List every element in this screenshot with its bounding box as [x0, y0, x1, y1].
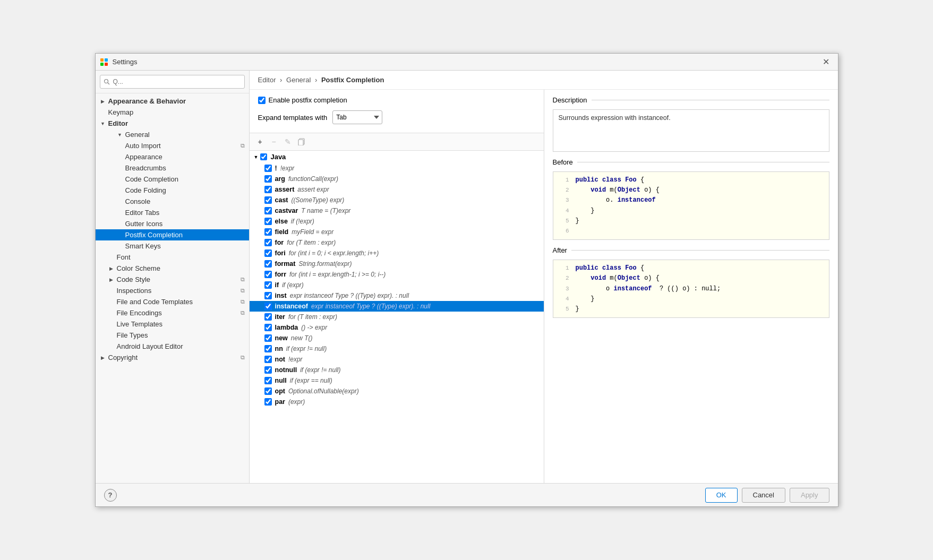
edit-button[interactable]: ✎ — [281, 135, 294, 148]
sidebar-item-font[interactable]: Font — [96, 252, 249, 263]
apply-button[interactable]: Apply — [790, 488, 829, 503]
item-checkbox-else[interactable] — [264, 218, 272, 225]
after-line-1: 1 public class Foo { — [559, 263, 824, 273]
list-item-if[interactable]: if if (expr) — [250, 280, 544, 290]
sidebar-item-breadcrumbs[interactable]: Breadcrumbs — [96, 162, 249, 174]
search-input[interactable] — [100, 75, 245, 89]
before-line-3: 3 o. instanceof — [559, 195, 824, 205]
item-checkbox-notnull[interactable] — [264, 366, 272, 374]
sidebar-item-postfix-completion[interactable]: Postfix Completion — [96, 229, 249, 240]
item-checkbox-null[interactable] — [264, 377, 272, 384]
item-checkbox-instanceof[interactable] — [264, 303, 272, 310]
list-item-opt[interactable]: opt Optional.ofNullable(expr) — [250, 386, 544, 397]
list-item-else[interactable]: else if (!expr) — [250, 216, 544, 227]
list-item-assert[interactable]: assert assert expr — [250, 184, 544, 195]
sidebar-item-smart-keys[interactable]: Smart Keys — [96, 240, 249, 252]
copy-icon: ⧉ — [241, 354, 245, 361]
list-item-format[interactable]: format String.format(expr) — [250, 259, 544, 269]
item-key: null — [275, 377, 287, 384]
sidebar-item-auto-import[interactable]: Auto Import ⧉ — [96, 140, 249, 151]
item-checkbox-forr[interactable] — [264, 271, 272, 278]
item-checkbox-opt[interactable] — [264, 387, 272, 395]
sidebar-item-label: Code Completion — [125, 175, 178, 183]
item-checkbox-par[interactable] — [264, 398, 272, 406]
item-checkbox-lambda[interactable] — [264, 324, 272, 331]
sidebar-item-file-encodings[interactable]: File Encodings ⧉ — [96, 307, 249, 318]
java-section-header[interactable]: ▼ Java — [250, 151, 544, 163]
sidebar-item-appearance-behavior[interactable]: ▶ Appearance & Behavior — [96, 96, 249, 107]
enable-postfix-checkbox[interactable] — [258, 97, 266, 104]
list-item-cast[interactable]: cast ((SomeType) expr) — [250, 195, 544, 205]
sidebar-item-label: File and Code Templates — [117, 298, 193, 306]
list-item-not[interactable]: ! !expr — [250, 163, 544, 174]
sidebar-item-live-templates[interactable]: Live Templates — [96, 318, 249, 330]
list-item-castvar[interactable]: castvar T name = (T)expr — [250, 205, 544, 216]
item-desc: for (int i = expr.length-1; i >= 0; i--) — [289, 271, 386, 278]
sidebar-item-keymap[interactable]: Keymap — [96, 107, 249, 118]
svg-rect-5 — [298, 140, 303, 145]
sidebar-item-label: Android Layout Editor — [117, 342, 183, 350]
expand-select[interactable]: Tab Enter Tab or Enter — [332, 110, 382, 124]
sidebar-item-general[interactable]: ▼ General — [96, 129, 249, 140]
list-item-not2[interactable]: not !expr — [250, 354, 544, 365]
sidebar-item-appearance[interactable]: Appearance — [96, 151, 249, 162]
sidebar-item-code-folding[interactable]: Code Folding — [96, 185, 249, 196]
item-checkbox-assert[interactable] — [264, 186, 272, 193]
item-checkbox-fori[interactable] — [264, 249, 272, 257]
sidebar-item-color-scheme[interactable]: ▶ Color Scheme — [96, 263, 249, 274]
copy-button[interactable] — [295, 135, 308, 148]
sidebar-item-file-code-templates[interactable]: File and Code Templates ⧉ — [96, 296, 249, 307]
item-checkbox-for[interactable] — [264, 239, 272, 246]
list-item-field[interactable]: field myField = expr — [250, 227, 544, 237]
item-checkbox-cast[interactable] — [264, 196, 272, 204]
item-checkbox-new[interactable] — [264, 334, 272, 342]
ok-button[interactable]: OK — [705, 488, 738, 503]
breadcrumb-part-2: General — [286, 76, 311, 84]
remove-button[interactable]: − — [268, 135, 280, 148]
list-item-notnull[interactable]: notnull if (expr != null) — [250, 365, 544, 375]
list-item-inst[interactable]: inst expr instanceof Type ? ((Type) expr… — [250, 290, 544, 301]
item-desc: for (T item : expr) — [288, 313, 337, 321]
sidebar-item-android-layout-editor[interactable]: Android Layout Editor — [96, 341, 249, 352]
list-item-for[interactable]: for for (T item : expr) — [250, 237, 544, 248]
sidebar-item-code-style[interactable]: ▶ Code Style ⧉ — [96, 274, 249, 285]
item-checkbox-arg[interactable] — [264, 175, 272, 183]
item-checkbox-if[interactable] — [264, 281, 272, 289]
list-item-arg[interactable]: arg functionCall(expr) — [250, 174, 544, 184]
sidebar-item-editor[interactable]: ▼ Editor — [96, 118, 249, 129]
sidebar-item-console[interactable]: Console — [96, 196, 249, 207]
java-section-checkbox[interactable] — [260, 153, 267, 160]
list-item-null[interactable]: null if (expr == null) — [250, 375, 544, 386]
settings-area: Enable postfix completion Expand templat… — [250, 90, 838, 483]
sidebar-item-inspections[interactable]: Inspections ⧉ — [96, 285, 249, 296]
item-checkbox-not[interactable] — [264, 165, 272, 172]
add-button[interactable]: + — [254, 135, 267, 148]
list-item-lambda[interactable]: lambda () -> expr — [250, 322, 544, 333]
item-checkbox-inst[interactable] — [264, 292, 272, 299]
list-item-instanceof[interactable]: instanceof expr instanceof Type ? ((Type… — [250, 301, 544, 312]
list-item-iter[interactable]: iter for (T item : expr) — [250, 312, 544, 322]
sidebar-item-code-completion[interactable]: Code Completion — [96, 174, 249, 185]
item-checkbox-nn[interactable] — [264, 345, 272, 352]
chevron-spacer — [108, 321, 115, 328]
before-section: Before 1 public class Foo { 2 void m(Obj… — [553, 158, 829, 240]
close-button[interactable]: ✕ — [819, 56, 834, 68]
sidebar-item-copyright[interactable]: ▶ Copyright ⧉ — [96, 352, 249, 363]
item-checkbox-not2[interactable] — [264, 356, 272, 363]
sidebar-item-gutter-icons[interactable]: Gutter Icons — [96, 218, 249, 229]
item-checkbox-format[interactable] — [264, 260, 272, 268]
list-item-nn[interactable]: nn if (expr != null) — [250, 343, 544, 354]
sidebar-item-file-types[interactable]: File Types — [96, 330, 249, 341]
sidebar-item-editor-tabs[interactable]: Editor Tabs — [96, 207, 249, 218]
list-item-new[interactable]: new new T() — [250, 333, 544, 343]
list-item-forr[interactable]: forr for (int i = expr.length-1; i >= 0;… — [250, 269, 544, 280]
item-checkbox-castvar[interactable] — [264, 207, 272, 214]
item-checkbox-iter[interactable] — [264, 313, 272, 321]
help-button[interactable]: ? — [104, 489, 117, 502]
cancel-button[interactable]: Cancel — [742, 488, 785, 503]
item-checkbox-field[interactable] — [264, 228, 272, 236]
chevron-spacer — [117, 210, 123, 216]
list-item-par[interactable]: par (expr) — [250, 397, 544, 407]
svg-rect-3 — [105, 63, 108, 66]
list-item-fori[interactable]: fori for (int i = 0; i < expr.length; i+… — [250, 248, 544, 259]
